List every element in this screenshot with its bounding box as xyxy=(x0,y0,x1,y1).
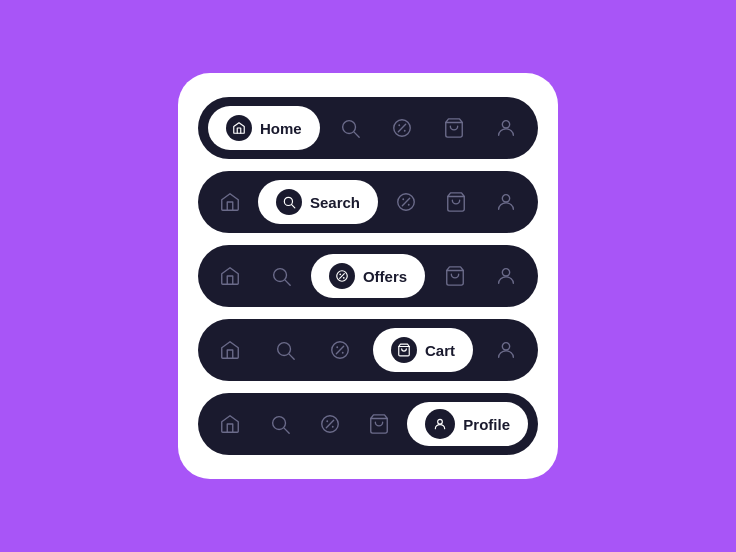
search-icon-4 xyxy=(274,339,296,361)
svg-point-4 xyxy=(398,124,400,126)
cart-pill-icon xyxy=(391,337,417,363)
cart-icon-5 xyxy=(368,413,390,435)
nav-profile-btn-3[interactable] xyxy=(484,254,528,298)
cart-label: Cart xyxy=(425,342,455,359)
svg-point-36 xyxy=(326,420,328,422)
home-icon-5 xyxy=(219,413,241,435)
nav-row-profile: Profile xyxy=(198,393,538,455)
nav-offers-btn-2[interactable] xyxy=(384,180,428,224)
svg-line-9 xyxy=(292,205,295,208)
search-pill-svg xyxy=(282,195,296,209)
nav-offers-btn-5[interactable] xyxy=(308,402,352,446)
nav-row-home: Home xyxy=(198,97,538,159)
percent-icon xyxy=(391,117,413,139)
home-icon-2 xyxy=(219,191,241,213)
nav-search-btn-5[interactable] xyxy=(258,402,302,446)
svg-line-17 xyxy=(286,280,291,285)
cart-icon-2 xyxy=(445,191,467,213)
home-icon-3 xyxy=(219,265,241,287)
svg-point-28 xyxy=(336,346,338,348)
svg-line-1 xyxy=(354,132,359,137)
home-icon-4 xyxy=(219,339,241,361)
nav-cart-btn-2[interactable] xyxy=(434,180,478,224)
nav-profile-btn-1[interactable] xyxy=(484,106,528,150)
profile-icon-3 xyxy=(495,265,517,287)
cart-pill-svg xyxy=(397,343,411,357)
nav-profile-btn-4[interactable] xyxy=(484,328,528,372)
percent-icon-5 xyxy=(319,413,341,435)
home-label: Home xyxy=(260,120,302,137)
nav-row-offers: Offers xyxy=(198,245,538,307)
svg-point-13 xyxy=(408,204,410,206)
svg-point-31 xyxy=(502,343,509,350)
svg-point-24 xyxy=(278,343,291,356)
nav-cart-btn-5[interactable] xyxy=(357,402,401,446)
offers-pill-icon xyxy=(329,263,355,289)
svg-point-29 xyxy=(342,352,344,354)
cart-pill[interactable]: Cart xyxy=(373,328,473,372)
nav-cart-btn-3[interactable] xyxy=(433,254,477,298)
svg-point-39 xyxy=(438,419,443,424)
svg-point-21 xyxy=(343,277,345,279)
profile-icon xyxy=(495,117,517,139)
search-icon-5 xyxy=(269,413,291,435)
search-icon xyxy=(339,117,361,139)
search-label: Search xyxy=(310,194,360,211)
search-pill-icon xyxy=(276,189,302,215)
svg-line-25 xyxy=(289,354,294,359)
svg-line-33 xyxy=(284,428,289,433)
nav-home-btn-2[interactable] xyxy=(208,180,252,224)
svg-point-20 xyxy=(339,273,341,275)
svg-point-0 xyxy=(342,121,355,134)
profile-icon-4 xyxy=(495,339,517,361)
nav-profile-btn-2[interactable] xyxy=(484,180,528,224)
profile-pill[interactable]: Profile xyxy=(407,402,528,446)
home-icon xyxy=(232,121,246,135)
svg-point-5 xyxy=(404,130,406,132)
profile-pill-svg xyxy=(433,417,447,431)
nav-row-search: Search xyxy=(198,171,538,233)
nav-home-btn-4[interactable] xyxy=(208,328,252,372)
cart-icon xyxy=(443,117,465,139)
profile-icon-2 xyxy=(495,191,517,213)
nav-card: Home xyxy=(178,73,558,479)
nav-home-btn-3[interactable] xyxy=(208,254,252,298)
svg-point-15 xyxy=(502,195,509,202)
percent-icon-4 xyxy=(329,339,351,361)
svg-point-23 xyxy=(502,269,509,276)
offers-pill[interactable]: Offers xyxy=(311,254,425,298)
offers-pill-svg xyxy=(335,269,349,283)
nav-search-btn-4[interactable] xyxy=(263,328,307,372)
nav-offers-btn-1[interactable] xyxy=(380,106,424,150)
svg-point-12 xyxy=(402,198,404,200)
svg-point-32 xyxy=(272,417,285,430)
home-pill-icon xyxy=(226,115,252,141)
search-pill[interactable]: Search xyxy=(258,180,378,224)
cart-icon-3 xyxy=(444,265,466,287)
profile-label: Profile xyxy=(463,416,510,433)
nav-cart-btn-1[interactable] xyxy=(432,106,476,150)
nav-search-btn-3[interactable] xyxy=(259,254,303,298)
search-icon-3 xyxy=(270,265,292,287)
offers-label: Offers xyxy=(363,268,407,285)
nav-search-btn-1[interactable] xyxy=(328,106,372,150)
nav-offers-btn-4[interactable] xyxy=(318,328,362,372)
percent-icon-2 xyxy=(395,191,417,213)
svg-point-16 xyxy=(274,269,287,282)
nav-row-cart: Cart xyxy=(198,319,538,381)
svg-point-7 xyxy=(502,121,509,128)
home-pill[interactable]: Home xyxy=(208,106,320,150)
nav-home-btn-5[interactable] xyxy=(208,402,252,446)
profile-pill-icon xyxy=(425,409,455,439)
svg-point-37 xyxy=(331,426,333,428)
